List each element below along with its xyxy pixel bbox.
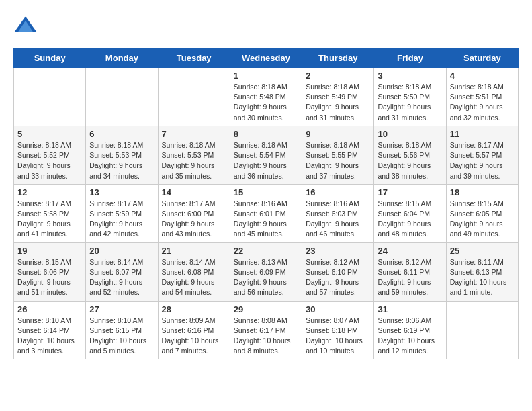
table-cell: 14Sunrise: 8:17 AM Sunset: 6:00 PM Dayli… xyxy=(158,184,230,242)
table-cell: 29Sunrise: 8:08 AM Sunset: 6:17 PM Dayli… xyxy=(230,301,302,359)
day-number: 12 xyxy=(17,187,82,197)
day-info: Sunrise: 8:08 AM Sunset: 6:17 PM Dayligh… xyxy=(234,316,298,357)
day-info: Sunrise: 8:16 AM Sunset: 6:01 PM Dayligh… xyxy=(234,199,298,240)
day-info: Sunrise: 8:12 AM Sunset: 6:10 PM Dayligh… xyxy=(306,257,370,298)
table-cell xyxy=(86,68,158,126)
day-number: 11 xyxy=(450,129,515,139)
day-number: 13 xyxy=(89,187,154,197)
day-number: 8 xyxy=(234,129,298,139)
table-cell: 30Sunrise: 8:07 AM Sunset: 6:18 PM Dayli… xyxy=(302,301,374,359)
day-number: 1 xyxy=(234,71,298,81)
day-info: Sunrise: 8:09 AM Sunset: 6:16 PM Dayligh… xyxy=(162,316,226,357)
day-info: Sunrise: 8:18 AM Sunset: 5:51 PM Dayligh… xyxy=(450,82,515,123)
table-cell: 1Sunrise: 8:18 AM Sunset: 5:48 PM Daylig… xyxy=(230,68,302,126)
weekday-thursday: Thursday xyxy=(302,49,374,68)
weekday-sunday: Sunday xyxy=(14,49,86,68)
table-cell: 6Sunrise: 8:18 AM Sunset: 5:53 PM Daylig… xyxy=(86,126,158,184)
day-number: 17 xyxy=(378,187,442,197)
day-info: Sunrise: 8:15 AM Sunset: 6:05 PM Dayligh… xyxy=(450,199,515,240)
day-number: 10 xyxy=(378,129,442,139)
table-cell: 9Sunrise: 8:18 AM Sunset: 5:55 PM Daylig… xyxy=(302,126,374,184)
day-number: 19 xyxy=(17,246,82,256)
table-cell: 23Sunrise: 8:12 AM Sunset: 6:10 PM Dayli… xyxy=(302,242,374,301)
calendar-table: SundayMondayTuesdayWednesdayThursdayFrid… xyxy=(13,48,519,359)
table-cell: 12Sunrise: 8:17 AM Sunset: 5:58 PM Dayli… xyxy=(14,184,86,242)
calendar-body: 1Sunrise: 8:18 AM Sunset: 5:48 PM Daylig… xyxy=(14,68,519,359)
week-row-2: 5Sunrise: 8:18 AM Sunset: 5:52 PM Daylig… xyxy=(14,126,519,184)
day-number: 24 xyxy=(378,246,442,256)
day-info: Sunrise: 8:17 AM Sunset: 5:58 PM Dayligh… xyxy=(17,199,82,240)
table-cell: 20Sunrise: 8:14 AM Sunset: 6:07 PM Dayli… xyxy=(86,242,158,301)
day-number: 22 xyxy=(234,246,298,256)
day-info: Sunrise: 8:13 AM Sunset: 6:09 PM Dayligh… xyxy=(234,257,298,298)
day-number: 27 xyxy=(89,304,154,314)
day-info: Sunrise: 8:17 AM Sunset: 5:59 PM Dayligh… xyxy=(89,199,154,240)
week-row-4: 19Sunrise: 8:15 AM Sunset: 6:06 PM Dayli… xyxy=(14,242,519,301)
page-header xyxy=(13,13,519,38)
day-number: 18 xyxy=(450,187,515,197)
day-info: Sunrise: 8:18 AM Sunset: 5:49 PM Dayligh… xyxy=(306,82,370,123)
day-info: Sunrise: 8:18 AM Sunset: 5:48 PM Dayligh… xyxy=(234,82,298,123)
day-number: 3 xyxy=(378,71,442,81)
table-cell: 27Sunrise: 8:10 AM Sunset: 6:15 PM Dayli… xyxy=(86,301,158,359)
day-info: Sunrise: 8:18 AM Sunset: 5:53 PM Dayligh… xyxy=(162,140,226,181)
weekday-row: SundayMondayTuesdayWednesdayThursdayFrid… xyxy=(14,49,519,68)
day-number: 15 xyxy=(234,187,298,197)
day-number: 16 xyxy=(306,187,370,197)
table-cell: 21Sunrise: 8:14 AM Sunset: 6:08 PM Dayli… xyxy=(158,242,230,301)
day-number: 6 xyxy=(89,129,154,139)
day-number: 31 xyxy=(378,304,442,314)
table-cell: 2Sunrise: 8:18 AM Sunset: 5:49 PM Daylig… xyxy=(302,68,374,126)
day-number: 20 xyxy=(89,246,154,256)
table-cell: 4Sunrise: 8:18 AM Sunset: 5:51 PM Daylig… xyxy=(446,68,518,126)
table-cell: 18Sunrise: 8:15 AM Sunset: 6:05 PM Dayli… xyxy=(446,184,518,242)
day-info: Sunrise: 8:10 AM Sunset: 6:15 PM Dayligh… xyxy=(89,316,154,357)
day-info: Sunrise: 8:11 AM Sunset: 6:13 PM Dayligh… xyxy=(450,257,515,298)
table-cell: 31Sunrise: 8:06 AM Sunset: 6:19 PM Dayli… xyxy=(374,301,446,359)
table-cell: 17Sunrise: 8:15 AM Sunset: 6:04 PM Dayli… xyxy=(374,184,446,242)
table-cell: 13Sunrise: 8:17 AM Sunset: 5:59 PM Dayli… xyxy=(86,184,158,242)
table-cell: 26Sunrise: 8:10 AM Sunset: 6:14 PM Dayli… xyxy=(14,301,86,359)
day-info: Sunrise: 8:15 AM Sunset: 6:04 PM Dayligh… xyxy=(378,199,442,240)
weekday-monday: Monday xyxy=(86,49,158,68)
day-number: 25 xyxy=(450,246,515,256)
day-info: Sunrise: 8:12 AM Sunset: 6:11 PM Dayligh… xyxy=(378,257,442,298)
day-number: 5 xyxy=(17,129,82,139)
day-number: 4 xyxy=(450,71,515,81)
day-info: Sunrise: 8:18 AM Sunset: 5:52 PM Dayligh… xyxy=(17,140,82,181)
day-info: Sunrise: 8:18 AM Sunset: 5:56 PM Dayligh… xyxy=(378,140,442,181)
table-cell: 25Sunrise: 8:11 AM Sunset: 6:13 PM Dayli… xyxy=(446,242,518,301)
day-number: 28 xyxy=(162,304,226,314)
day-info: Sunrise: 8:17 AM Sunset: 5:57 PM Dayligh… xyxy=(450,140,515,181)
day-number: 9 xyxy=(306,129,370,139)
table-cell: 19Sunrise: 8:15 AM Sunset: 6:06 PM Dayli… xyxy=(14,242,86,301)
day-info: Sunrise: 8:10 AM Sunset: 6:14 PM Dayligh… xyxy=(17,316,82,357)
day-info: Sunrise: 8:06 AM Sunset: 6:19 PM Dayligh… xyxy=(378,316,442,357)
weekday-tuesday: Tuesday xyxy=(158,49,230,68)
table-cell: 3Sunrise: 8:18 AM Sunset: 5:50 PM Daylig… xyxy=(374,68,446,126)
table-cell: 15Sunrise: 8:16 AM Sunset: 6:01 PM Dayli… xyxy=(230,184,302,242)
table-cell: 22Sunrise: 8:13 AM Sunset: 6:09 PM Dayli… xyxy=(230,242,302,301)
day-number: 29 xyxy=(234,304,298,314)
day-number: 30 xyxy=(306,304,370,314)
table-cell xyxy=(14,68,86,126)
calendar-header: SundayMondayTuesdayWednesdayThursdayFrid… xyxy=(14,49,519,68)
table-cell: 5Sunrise: 8:18 AM Sunset: 5:52 PM Daylig… xyxy=(14,126,86,184)
table-cell xyxy=(158,68,230,126)
day-info: Sunrise: 8:07 AM Sunset: 6:18 PM Dayligh… xyxy=(306,316,370,357)
table-cell: 28Sunrise: 8:09 AM Sunset: 6:16 PM Dayli… xyxy=(158,301,230,359)
weekday-friday: Friday xyxy=(374,49,446,68)
day-number: 2 xyxy=(306,71,370,81)
day-info: Sunrise: 8:18 AM Sunset: 5:53 PM Dayligh… xyxy=(89,140,154,181)
logo xyxy=(13,13,40,38)
day-info: Sunrise: 8:18 AM Sunset: 5:55 PM Dayligh… xyxy=(306,140,370,181)
day-number: 23 xyxy=(306,246,370,256)
day-info: Sunrise: 8:17 AM Sunset: 6:00 PM Dayligh… xyxy=(162,199,226,240)
day-info: Sunrise: 8:14 AM Sunset: 6:08 PM Dayligh… xyxy=(162,257,226,298)
weekday-wednesday: Wednesday xyxy=(230,49,302,68)
week-row-1: 1Sunrise: 8:18 AM Sunset: 5:48 PM Daylig… xyxy=(14,68,519,126)
table-cell: 10Sunrise: 8:18 AM Sunset: 5:56 PM Dayli… xyxy=(374,126,446,184)
week-row-3: 12Sunrise: 8:17 AM Sunset: 5:58 PM Dayli… xyxy=(14,184,519,242)
weekday-saturday: Saturday xyxy=(446,49,518,68)
day-info: Sunrise: 8:18 AM Sunset: 5:54 PM Dayligh… xyxy=(234,140,298,181)
